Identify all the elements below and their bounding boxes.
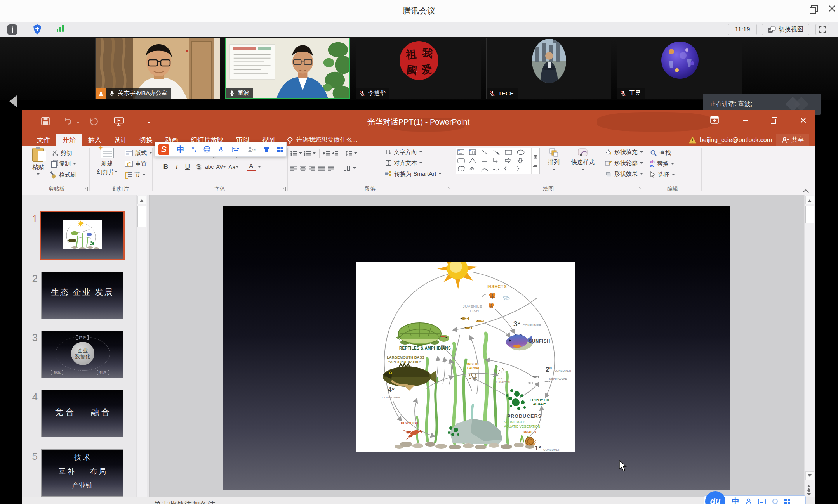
fullscreen-button[interactable] [815,24,829,35]
slide-thumbnail-5[interactable]: 技 术 互 补 布 局 产业链 [41,449,123,497]
minimize-icon[interactable] [788,3,800,15]
ime-keyboard-icon[interactable] [232,147,240,152]
ppt-minimize-icon[interactable] [739,114,752,126]
canvas-scroll-up-icon[interactable] [805,196,814,204]
ribbon-collapse-icon[interactable] [801,189,810,194]
previous-slide-icon[interactable] [807,483,811,490]
ppt-restore-icon[interactable] [768,114,781,126]
line-spacing-icon[interactable] [346,151,352,156]
canvas-scrollbar[interactable] [804,195,815,497]
tab-home[interactable]: 开始 [56,134,82,146]
slide-canvas-area[interactable]: INSECTS JUVENILE FISH 3° CONSUMER SUNFIS… [150,195,805,497]
align-center-icon[interactable] [300,166,306,171]
new-slide-button[interactable]: 新建 幻灯片 [93,148,121,175]
bullets-dropdown-icon[interactable] [299,152,302,156]
canvas-scroll-thumb[interactable] [805,206,814,223]
ime2-search-icon[interactable] [772,498,778,504]
meeting-info-icon[interactable] [7,24,17,35]
ime2-window-icon[interactable] [758,499,766,504]
cut-button[interactable]: 剪切 [51,148,72,158]
align-right-icon[interactable] [309,166,315,171]
thumbnail-scroll-up-icon[interactable] [137,196,146,204]
ime-language-mode[interactable]: 中 [177,144,184,155]
network-signal-icon[interactable] [55,24,66,35]
ime-skin-icon[interactable] [263,146,270,152]
align-text-button[interactable]: 对齐文本 [385,158,422,168]
tab-insert[interactable]: 插入 [82,134,108,146]
justify-icon[interactable] [318,166,325,171]
increase-indent-icon[interactable] [332,151,338,156]
columns-dropdown-icon[interactable] [353,167,356,170]
participant-tile-dongbo[interactable]: 董波 [225,38,350,99]
sogou-ime-toolbar[interactable]: S 中 °, 12 [155,142,287,157]
decrease-indent-icon[interactable] [323,151,330,156]
shapes-gallery[interactable] [456,148,540,174]
thumbnail-scrollbar[interactable] [136,195,147,497]
tab-file[interactable]: 文件 [31,134,56,146]
shape-fill-button[interactable]: 形状填充 [605,147,643,157]
participant-tile-tece[interactable]: TECE [486,38,611,99]
distribute-icon[interactable] [328,166,334,171]
align-left-icon[interactable] [290,166,297,171]
shapes-gallery-scroll[interactable] [531,148,539,174]
thumbnail-scroll-thumb[interactable] [137,206,146,227]
slide-thumbnail-2[interactable]: 生态 企业 发展 [41,272,123,319]
close-icon[interactable] [826,3,838,15]
font-color-button[interactable]: A [247,162,256,171]
character-spacing-button[interactable]: AV [216,162,226,171]
participant-tile-lihuihua[interactable]: 祖 我 國 爱 李慧华 [356,38,481,99]
ime2-grid-icon[interactable] [784,499,790,504]
ime-mic-icon[interactable] [218,146,224,153]
ime2-language-mode[interactable]: 中 [732,496,739,504]
text-direction-button[interactable]: 文字方向 [385,147,422,157]
quick-styles-button[interactable]: 快速样式 [566,148,600,172]
font-dialog-launcher-icon[interactable] [282,187,286,191]
switch-view-button[interactable]: 切换视图 [762,24,809,35]
slide-thumbnail-3[interactable]: 趋势 企业 数智化 挑战 机遇 [41,331,123,378]
arrange-button[interactable]: 排列 [543,148,565,172]
next-slide-icon[interactable] [807,490,811,497]
underline-button[interactable]: U [183,162,192,171]
italic-button[interactable]: I [172,162,181,171]
paragraph-dialog-launcher-icon[interactable] [447,187,451,191]
ime-emoji-icon[interactable] [203,146,210,153]
change-case-button[interactable]: Aa [228,162,238,171]
drawing-dialog-launcher-icon[interactable] [638,187,642,191]
paste-button[interactable]: 粘贴 [28,148,48,177]
numbering-icon[interactable] [304,151,311,156]
ime-punctuation[interactable]: °, [192,145,196,153]
text-shadow-button[interactable]: S [194,162,203,171]
layout-button[interactable]: 版式 [125,148,152,158]
select-button[interactable]: 选择 [650,170,675,179]
maximize-icon[interactable] [808,3,819,15]
format-painter-button[interactable]: 格式刷 [51,170,76,179]
ime-login-person-icon[interactable]: 12 [247,146,256,152]
security-shield-icon[interactable] [33,24,42,35]
convert-smartart-button[interactable]: 转换为 SmartArt [385,169,442,178]
replace-button[interactable]: ab ac 替换 [650,159,674,168]
notes-pane[interactable]: 单击此处添加备注 [22,497,815,504]
copy-button[interactable]: 复制 [51,159,76,168]
columns-icon[interactable] [344,166,350,171]
account-area[interactable]: beijing_ccie@outlook.com [688,134,772,146]
bullets-icon[interactable] [290,151,297,156]
participant-tile-wangyu[interactable]: 王昱 [617,38,742,99]
sogou-logo[interactable]: S [158,144,169,155]
ecosystem-image[interactable]: INSECTS JUVENILE FISH 3° CONSUMER SUNFIS… [356,262,575,452]
shape-outline-button[interactable]: 形状轮廓 [605,158,643,168]
ime-toolbox-icon[interactable] [277,147,283,152]
shape-effects-button[interactable]: 形状效果 [605,169,643,178]
tell-me-box[interactable]: 告诉我您想要做什么... [287,134,357,146]
share-button[interactable]: 共享 [776,134,809,146]
clipboard-dialog-launcher-icon[interactable] [83,187,88,191]
reset-button[interactable]: 重置 [125,159,147,168]
participant-tile-guandongyu[interactable]: 关东宇-MBA办公室 [95,38,220,99]
ppt-close-icon[interactable] [796,114,810,126]
bold-button[interactable]: B [162,162,170,171]
ribbon-display-options-icon[interactable] [710,116,719,124]
find-button[interactable]: 查找 [650,148,671,158]
tab-design[interactable]: 设计 [108,134,133,146]
strikethrough-button[interactable]: abc [205,162,214,171]
notes-placeholder[interactable]: 单击此处添加备注 [153,499,216,504]
numbering-dropdown-icon[interactable] [313,152,316,156]
